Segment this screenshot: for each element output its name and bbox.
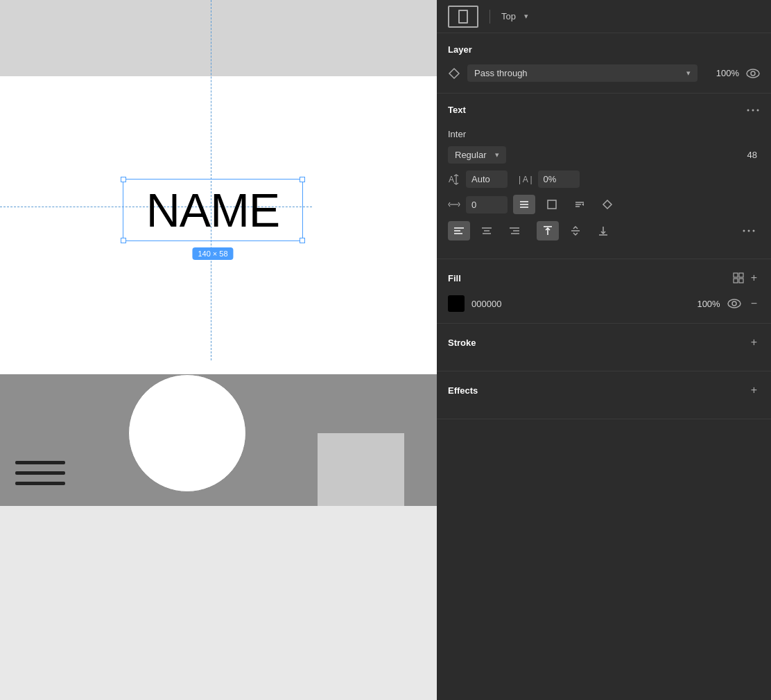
font-style-select[interactable]: Regular ▾ <box>448 146 506 164</box>
blend-mode-chevron: ▾ <box>686 69 691 78</box>
font-style-row: Regular ▾ 48 <box>448 146 760 164</box>
text-section-title: Text <box>448 105 466 115</box>
svg-rect-31 <box>734 279 738 283</box>
hamburger-line-2 <box>15 471 65 475</box>
effects-section: Effects + <box>437 371 771 419</box>
fill-style-icon[interactable] <box>733 272 744 283</box>
stroke-add-btn[interactable]: + <box>748 335 760 350</box>
svg-point-3 <box>752 109 754 111</box>
valign-bottom-btn[interactable] <box>592 221 614 240</box>
char-spacing-value[interactable]: 0 <box>466 196 508 213</box>
svg-rect-29 <box>734 273 738 277</box>
text-section-header: Text <box>448 105 760 115</box>
spacing-row: 0 <box>448 195 760 214</box>
handle-tl[interactable] <box>121 177 126 182</box>
fill-section: Fill + 000000 100% − <box>437 259 771 324</box>
align-separator <box>490 10 490 24</box>
hamburger-line-1 <box>15 461 65 464</box>
layer-section: Layer Pass through ▾ 100% <box>437 33 771 94</box>
effects-section-title: Effects <box>448 385 478 396</box>
svg-point-1 <box>751 71 755 76</box>
line-height-icon: A <box>448 173 460 186</box>
line-height-value[interactable]: Auto <box>466 170 508 188</box>
fill-row: 000000 100% − <box>448 295 760 312</box>
canvas-bottom <box>0 506 437 700</box>
align-top-label[interactable]: Top <box>501 11 516 21</box>
handle-tr[interactable] <box>300 177 305 182</box>
text-more-icon[interactable] <box>746 105 760 115</box>
canvas-top-bar <box>0 0 437 76</box>
line-height-text: Auto <box>471 174 490 184</box>
layer-section-header: Layer <box>448 44 760 55</box>
svg-marker-13 <box>603 200 612 209</box>
fill-visibility-icon[interactable] <box>727 299 741 308</box>
svg-point-34 <box>732 301 736 306</box>
text-align-center-btn[interactable] <box>476 221 498 240</box>
text-align-left-btn[interactable] <box>448 221 470 240</box>
visibility-icon[interactable] <box>746 69 760 78</box>
effects-add-btn[interactable]: + <box>748 383 760 398</box>
frame-icon-inner <box>458 10 468 24</box>
svg-rect-30 <box>739 273 743 277</box>
fill-section-title: Fill <box>448 273 461 283</box>
stroke-section-header: Stroke + <box>448 335 760 350</box>
fill-opacity-value[interactable]: 100% <box>686 299 720 309</box>
layer-row: Pass through ▾ 100% <box>448 64 760 82</box>
text-element[interactable]: NAME 140 × 58 <box>123 179 303 241</box>
stroke-section: Stroke + <box>437 324 771 371</box>
font-style-value: Regular <box>455 150 487 160</box>
kerning-text: 0% <box>544 174 557 184</box>
svg-point-33 <box>728 299 740 308</box>
properties-panel: Top ▾ Layer Pass through ▾ 100% Te <box>437 0 771 700</box>
kerning-value[interactable]: 0% <box>538 170 580 188</box>
fill-remove-btn[interactable]: − <box>748 296 760 311</box>
char-spacing-text: 0 <box>471 200 476 210</box>
text-extra-btn[interactable] <box>596 195 618 214</box>
truncate-btn[interactable] <box>569 195 591 214</box>
svg-rect-11 <box>548 200 556 209</box>
canvas: NAME 140 × 58 <box>0 0 437 700</box>
svg-point-27 <box>748 230 750 232</box>
handle-br[interactable] <box>300 238 305 243</box>
align-chevron-icon[interactable]: ▾ <box>524 12 528 21</box>
char-spacing-icon <box>448 198 460 211</box>
hamburger-line-3 <box>15 482 65 485</box>
auto-lh-row: A Auto | A | 0% <box>448 170 760 188</box>
svg-point-28 <box>753 230 755 232</box>
opacity-value[interactable]: 100% <box>704 68 739 78</box>
panel-top-row: Top ▾ <box>437 0 771 33</box>
text-more-options-btn[interactable] <box>738 221 760 240</box>
svg-point-2 <box>747 109 750 111</box>
svg-point-0 <box>747 69 759 78</box>
fill-color-swatch[interactable] <box>448 295 465 312</box>
text-align-right-btn[interactable] <box>503 221 526 240</box>
fill-add-btn[interactable]: + <box>748 270 760 286</box>
blend-mode-select[interactable]: Pass through ▾ <box>467 64 698 82</box>
size-badge: 140 × 58 <box>192 247 233 260</box>
text-element-label: NAME <box>146 186 279 234</box>
valign-middle-btn[interactable] <box>564 221 587 240</box>
blend-mode-icon <box>448 67 460 80</box>
canvas-circle <box>128 374 246 492</box>
layer-section-title: Layer <box>448 44 472 55</box>
align-horizontal-btn[interactable] <box>513 195 535 214</box>
svg-point-26 <box>743 230 745 232</box>
handle-bl[interactable] <box>121 238 126 243</box>
svg-point-4 <box>757 109 759 111</box>
fill-hex-value[interactable]: 000000 <box>471 299 679 309</box>
valign-top-btn[interactable] <box>537 221 559 240</box>
canvas-rect <box>318 433 404 506</box>
fill-section-actions: + <box>733 270 760 286</box>
text-section: Text Inter Regular ▾ 48 A <box>437 94 771 259</box>
fill-section-header: Fill + <box>448 270 760 286</box>
font-name[interactable]: Inter <box>448 125 760 146</box>
blend-mode-value: Pass through <box>474 68 528 78</box>
svg-marker-12 <box>582 203 584 206</box>
effects-section-header: Effects + <box>448 383 760 398</box>
font-size-value[interactable]: 48 <box>747 150 760 160</box>
resize-btn[interactable] <box>541 195 563 214</box>
svg-rect-32 <box>739 279 743 283</box>
stroke-section-title: Stroke <box>448 338 476 348</box>
font-style-chevron: ▾ <box>495 150 499 159</box>
hamburger-menu <box>15 461 65 485</box>
